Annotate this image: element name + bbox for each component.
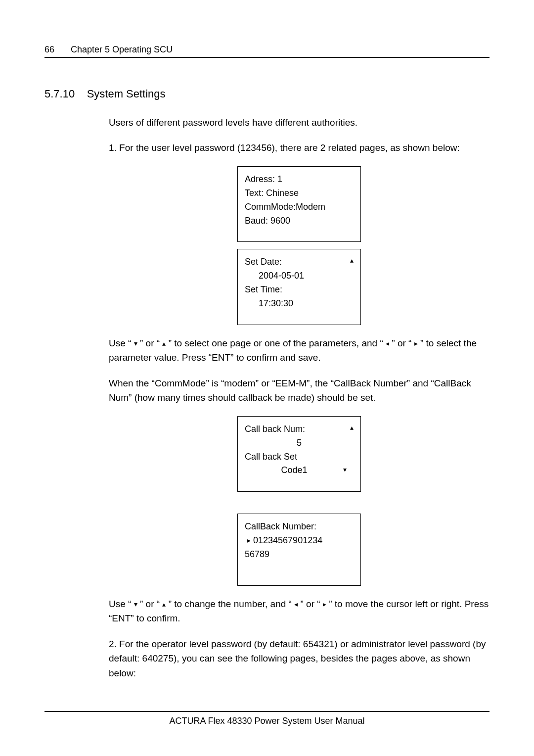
section-title: System Settings	[87, 88, 166, 100]
intro-paragraph: Users of different password levels have …	[109, 115, 490, 130]
lcd-screen-1: Adress: 1 Text: Chinese CommMode:Modem B…	[237, 166, 361, 242]
lcd2-line2: 2004-05-01	[245, 269, 354, 283]
lcd3-up-arrow-icon: ▴	[350, 423, 354, 433]
lcd3-line3: Call back Set	[245, 450, 354, 464]
paragraph-2: When the “CommMode” is “modem” or “EEM-M…	[109, 376, 490, 405]
down-arrow-icon-2: ▾	[134, 600, 137, 608]
use-instruction-1: Use “ ▾ ” or “ ▴ ” to select one page or…	[109, 336, 490, 365]
down-arrow-icon: ▾	[134, 339, 137, 347]
paragraph-1: 1. For the user level password (123456),…	[109, 141, 490, 155]
page-footer: ACTURA Flex 48330 Power System User Manu…	[44, 711, 490, 726]
page-header: 66 Chapter 5 Operating SCU	[44, 45, 490, 58]
lcd1-line4: Baud: 9600	[245, 214, 354, 228]
lcd1-line3: CommMode:Modem	[245, 200, 354, 214]
lcd2-line1: Set Date:	[245, 255, 354, 269]
page-number: 66	[44, 45, 68, 55]
section-heading: 5.7.10 System Settings	[44, 88, 490, 100]
lcd-screen-2: ▴ Set Date: 2004-05-01 Set Time: 17:30:3…	[237, 249, 361, 325]
right-arrow-icon-2: ▸	[323, 600, 326, 608]
lcd1-line2: Text: Chinese	[245, 187, 354, 200]
lcd-screen-4: CallBack Number: ▸ 01234567901234 56789	[237, 514, 361, 586]
lcd3-line4: Code1	[245, 464, 354, 477]
lcd2-up-arrow-icon: ▴	[350, 255, 354, 266]
chapter-title: Chapter 5 Operating SCU	[71, 45, 173, 54]
use-instruction-2: Use “ ▾ ” or “ ▴ ” to change the number,…	[109, 597, 490, 626]
lcd4-right-arrow-icon: ▸	[247, 537, 251, 545]
lcd4-line3: 56789	[245, 548, 354, 562]
lcd3-down-arrow-icon: ▾	[343, 465, 347, 475]
lcd4-line2: ▸ 01234567901234	[245, 534, 354, 548]
lcd-screen-3: ▴ Call back Num: 5 Call back Set Code1 ▾	[237, 416, 361, 492]
left-arrow-icon: ◂	[386, 339, 389, 347]
lcd3-line2: 5	[245, 436, 354, 450]
paragraph-3: 2. For the operator level password (by d…	[109, 637, 490, 680]
lcd1-line1: Adress: 1	[245, 173, 354, 187]
right-arrow-icon: ▸	[414, 339, 418, 347]
lcd3-line1: Call back Num:	[245, 423, 354, 436]
section-number: 5.7.10	[44, 88, 75, 100]
lcd2-line4: 17:30:30	[245, 297, 354, 311]
lcd2-line3: Set Time:	[245, 283, 354, 297]
footer-text: ACTURA Flex 48330 Power System User Manu…	[169, 716, 364, 726]
lcd4-line1: CallBack Number:	[245, 520, 354, 534]
